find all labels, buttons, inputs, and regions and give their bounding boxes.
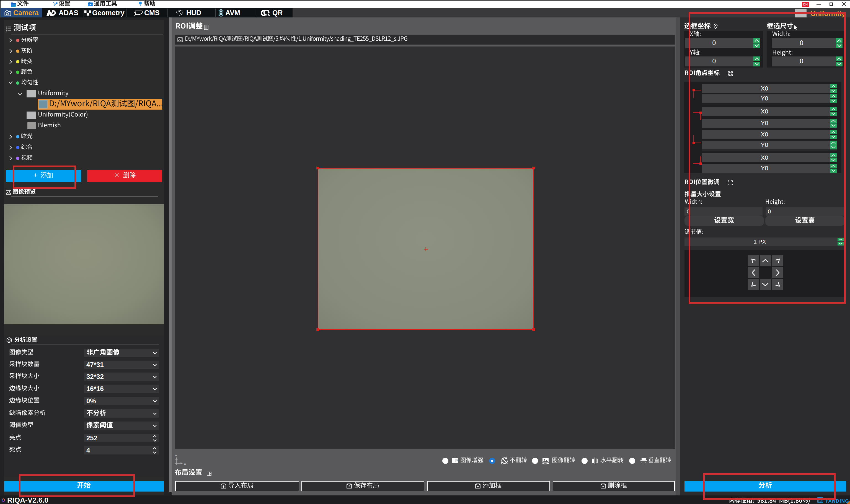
svg-text:Y: Y — [175, 454, 177, 458]
svg-text:S: S — [456, 459, 458, 462]
svg-text:x: x — [184, 462, 186, 466]
